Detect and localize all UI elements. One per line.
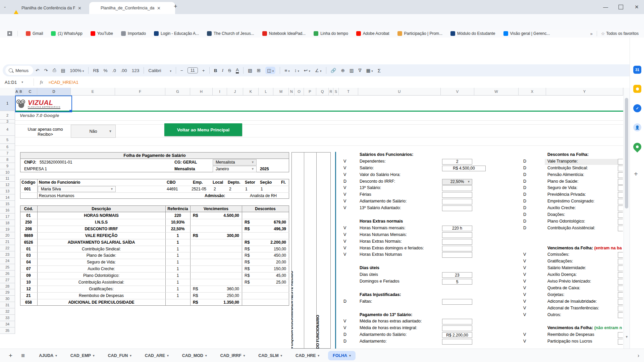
- bold-button[interactable]: B: [214, 68, 217, 73]
- sheet-tab-cad_emp[interactable]: CAD_EMP▾: [66, 351, 99, 360]
- tab-search-icon[interactable]: ⌄: [3, 4, 6, 9]
- row-header-12[interactable]: 12: [0, 182, 15, 188]
- window-maximize-button[interactable]: [619, 5, 623, 9]
- row-header-2[interactable]: 2: [0, 111, 15, 120]
- window-close-button[interactable]: ✕: [635, 4, 639, 10]
- apps-grid-icon[interactable]: [7, 31, 12, 36]
- vertical-scrollbar[interactable]: ▼: [624, 88, 630, 349]
- value-box[interactable]: [442, 246, 472, 251]
- sheet-tab-cad_slm[interactable]: CAD_SLM▾: [254, 351, 287, 360]
- bookmark-item[interactable]: (1) WhatsApp: [51, 31, 82, 36]
- row-header-30[interactable]: 30: [0, 296, 15, 302]
- sheet-tab-ajuda[interactable]: AJUDA▾: [34, 351, 62, 360]
- merge-cells-icon[interactable]: ◫▾: [265, 67, 275, 74]
- value-box[interactable]: 2: [442, 159, 472, 165]
- filter-icon[interactable]: ∇: [359, 68, 362, 73]
- row-header-3[interactable]: 3: [0, 120, 15, 123]
- fill-color-icon[interactable]: ▨: [248, 68, 252, 73]
- column-header-V[interactable]: V: [441, 88, 474, 96]
- column-header-O[interactable]: O: [294, 88, 304, 96]
- employee-name-dropdown[interactable]: Maria Silva▼: [38, 186, 116, 192]
- scrollbar-down-arrow[interactable]: ▼: [625, 335, 628, 339]
- value-box[interactable]: 23: [442, 272, 472, 278]
- bookmark-item[interactable]: Visão geral | Gerenc...: [503, 31, 550, 36]
- row-header-23[interactable]: 23: [0, 251, 15, 258]
- functions-icon[interactable]: Σ: [378, 68, 381, 73]
- value-box[interactable]: [442, 319, 472, 324]
- row-header-19[interactable]: 19: [0, 226, 15, 233]
- value-box[interactable]: [442, 205, 472, 211]
- bookmark-item[interactable]: Notebook IdeaPad...: [262, 31, 306, 36]
- redo-icon[interactable]: ↷: [44, 68, 48, 73]
- text-wrap-icon[interactable]: ↩▾: [304, 68, 310, 73]
- bookmark-item[interactable]: Módulo do Estudante: [450, 31, 495, 36]
- row-header-33[interactable]: 33: [0, 315, 15, 321]
- row-header-7[interactable]: 7: [0, 150, 15, 157]
- browser-tab-1[interactable]: Planilha de Conferência da Folh ✕: [10, 2, 94, 14]
- sheet-tab-cad_mod[interactable]: CAD_MOD▾: [177, 351, 212, 360]
- sheet-tab-cad_are[interactable]: CAD_ARE▾: [140, 351, 173, 360]
- row-header-15[interactable]: 15: [0, 201, 15, 207]
- table-views-icon[interactable]: ▦▾: [366, 68, 373, 73]
- column-header-B[interactable]: B: [19, 88, 23, 96]
- formula-input[interactable]: =CAD_HRE!A1: [48, 80, 78, 85]
- value-box[interactable]: 22,50%▼: [442, 179, 472, 185]
- row-header-20[interactable]: 20: [0, 232, 15, 239]
- row-header-18[interactable]: 18: [0, 220, 15, 226]
- row-header-4[interactable]: 4: [0, 123, 15, 136]
- bookmark-item[interactable]: Login - Educação A...: [154, 31, 199, 36]
- column-header-M[interactable]: M: [273, 88, 289, 96]
- add-addon-icon[interactable]: +: [634, 170, 638, 178]
- column-header-L[interactable]: L: [259, 88, 273, 96]
- sheet-tab-folha[interactable]: FOLHA▾: [328, 351, 356, 360]
- format-percent-button[interactable]: %: [104, 68, 108, 73]
- value-box[interactable]: [442, 232, 472, 238]
- row-header-21[interactable]: 21: [0, 239, 15, 245]
- sheet-tab-cad_fun[interactable]: CAD_FUN▾: [103, 351, 136, 360]
- row-header-26[interactable]: 26: [0, 270, 15, 277]
- decrease-decimals-button[interactable]: .0: [112, 68, 116, 73]
- bookmark-item[interactable]: YouTube: [91, 31, 113, 36]
- more-formats-button[interactable]: 123: [132, 68, 140, 73]
- row-header-35[interactable]: 35: [0, 327, 15, 334]
- column-header-U[interactable]: U: [358, 88, 441, 96]
- row-header-9[interactable]: 9: [0, 163, 15, 169]
- value-box[interactable]: [442, 199, 472, 204]
- column-header-X[interactable]: X: [519, 88, 546, 96]
- value-box[interactable]: R$ 4.500,00: [442, 166, 486, 171]
- borders-icon[interactable]: ⊞: [257, 68, 261, 73]
- select-all-corner[interactable]: [0, 88, 15, 96]
- maps-icon[interactable]: [632, 141, 643, 153]
- value-box[interactable]: [442, 239, 472, 245]
- row-header-5[interactable]: 5: [0, 136, 15, 144]
- column-header-C[interactable]: C: [23, 88, 37, 96]
- value-box[interactable]: [442, 299, 472, 305]
- paint-format-icon[interactable]: ▤: [61, 68, 65, 73]
- format-currency-button[interactable]: R$: [93, 68, 99, 73]
- bookmark-item[interactable]: Adobe Acrobat: [356, 31, 389, 36]
- column-header-G[interactable]: G: [165, 88, 190, 96]
- column-header-H[interactable]: H: [190, 88, 213, 96]
- font-select[interactable]: Calibri▾: [148, 68, 171, 73]
- row-header-16[interactable]: 16: [0, 207, 15, 214]
- column-header-P[interactable]: P: [304, 88, 316, 96]
- column-header-N[interactable]: N: [289, 88, 294, 96]
- tab-close-icon[interactable]: ✕: [157, 6, 161, 11]
- value-box[interactable]: [442, 252, 472, 258]
- row-header-8[interactable]: 8: [0, 157, 15, 163]
- row-header-24[interactable]: 24: [0, 258, 15, 264]
- row-header-6[interactable]: 6: [0, 144, 15, 150]
- contacts-icon[interactable]: 👤: [633, 123, 641, 131]
- column-header-A[interactable]: A: [15, 88, 19, 96]
- strikethrough-button[interactable]: S: [228, 68, 231, 73]
- column-header-T[interactable]: T: [339, 88, 358, 96]
- window-minimize-button[interactable]: —: [603, 4, 608, 10]
- value-box[interactable]: [442, 339, 472, 345]
- tab-close-icon[interactable]: ✕: [78, 6, 82, 11]
- tab-scroll-right-icon[interactable]: ›: [638, 353, 639, 359]
- bookmark-item[interactable]: Linha do tempo: [314, 31, 348, 36]
- column-header-D[interactable]: D: [37, 88, 71, 96]
- horizontal-align-icon[interactable]: ≡▾: [284, 68, 289, 73]
- value-box[interactable]: [442, 325, 472, 331]
- font-size-decrease[interactable]: −: [180, 68, 183, 73]
